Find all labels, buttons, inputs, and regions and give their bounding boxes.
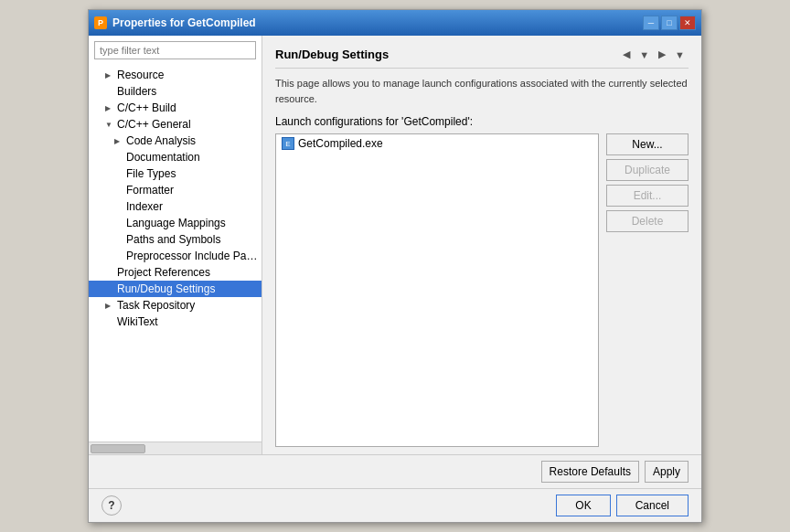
sidebar-item-label: Paths and Symbols [126, 233, 220, 246]
sidebar-item-label: Indexer [126, 200, 163, 213]
nav-dropdown-button[interactable]: ▼ [635, 48, 653, 62]
sidebar-item-label: WikiText [117, 315, 158, 328]
content-area: ▶Resource Builders▶C/C++ Build▼C/C++ Gen… [89, 36, 701, 454]
title-controls: ─ □ ✕ [643, 16, 696, 30]
sidebar-item-cpp-build[interactable]: ▶C/C++ Build [89, 100, 262, 116]
sidebar-item-preprocessor[interactable]: Preprocessor Include Pa… [89, 248, 262, 264]
panel-description: This page allows you to manage launch co… [275, 76, 689, 106]
edit-button[interactable]: Edit... [606, 185, 689, 207]
sidebar-item-indexer[interactable]: Indexer [89, 198, 262, 215]
launch-section: EGetCompiled.exe New... Duplicate Edit..… [275, 133, 689, 447]
footer-left: ? [101, 495, 122, 516]
sidebar-item-label: C/C++ General [117, 118, 191, 131]
cancel-button[interactable]: Cancel [616, 495, 689, 516]
panel-nav: ◀ ▼ ▶ ▼ [619, 47, 689, 62]
nav-forward-button[interactable]: ▶ [655, 47, 669, 62]
arrow-icon: ▶ [105, 104, 114, 112]
launch-list[interactable]: EGetCompiled.exe [275, 133, 599, 447]
maximize-button[interactable]: □ [661, 16, 678, 30]
duplicate-button[interactable]: Duplicate [606, 159, 689, 181]
sidebar: ▶Resource Builders▶C/C++ Build▼C/C++ Gen… [89, 36, 262, 454]
sidebar-item-paths-symbols[interactable]: Paths and Symbols [89, 231, 262, 248]
sidebar-item-documentation[interactable]: Documentation [89, 149, 262, 165]
close-button[interactable]: ✕ [679, 16, 696, 30]
sidebar-item-label: Project References [117, 266, 210, 279]
launch-buttons: New... Duplicate Edit... Delete [606, 133, 689, 447]
nav-forward-dropdown-button[interactable]: ▼ [671, 48, 689, 62]
footer: ? OK Cancel [89, 488, 701, 522]
window-icon: P [94, 16, 107, 29]
delete-button[interactable]: Delete [606, 210, 689, 232]
sidebar-item-label: Run/Debug Settings [117, 282, 215, 295]
sidebar-item-label: Language Mappings [126, 217, 226, 229]
apply-button[interactable]: Apply [645, 461, 689, 483]
restore-defaults-button[interactable]: Restore Defaults [541, 461, 639, 483]
launch-item-label: GetCompiled.exe [298, 137, 383, 150]
sidebar-item-label: Preprocessor Include Pa… [126, 250, 257, 262]
arrow-icon: ▶ [105, 71, 114, 80]
sidebar-item-task-repo[interactable]: ▶Task Repository [89, 297, 262, 314]
arrow-icon: ▼ [105, 121, 114, 129]
launch-label: Launch configurations for 'GetCompiled': [275, 115, 689, 128]
sidebar-item-label: Documentation [126, 151, 200, 164]
launch-item-icon: E [282, 137, 294, 150]
window-title: Properties for GetCompiled [112, 16, 256, 29]
panel-title-bar: Run/Debug Settings ◀ ▼ ▶ ▼ [275, 47, 689, 69]
sidebar-item-file-types[interactable]: File Types [89, 165, 262, 182]
sidebar-item-project-refs[interactable]: Project References [89, 264, 262, 281]
main-panel: Run/Debug Settings ◀ ▼ ▶ ▼ This page all… [262, 36, 701, 454]
nav-back-button[interactable]: ◀ [619, 47, 634, 62]
sidebar-item-formatter[interactable]: Formatter [89, 182, 262, 198]
sidebar-item-label: Code Analysis [126, 134, 196, 147]
sidebar-item-run-debug[interactable]: Run/Debug Settings [89, 281, 262, 297]
sidebar-item-resource[interactable]: ▶Resource [89, 67, 262, 83]
panel-title: Run/Debug Settings [275, 48, 389, 61]
launch-item-getcompiled[interactable]: EGetCompiled.exe [276, 134, 598, 153]
scrollbar-thumb[interactable] [91, 444, 145, 453]
title-bar-left: P Properties for GetCompiled [94, 16, 256, 29]
sidebar-item-builders[interactable]: Builders [89, 83, 262, 100]
sidebar-item-label: C/C++ Build [117, 101, 176, 114]
sidebar-item-label: Task Repository [117, 299, 195, 312]
sidebar-item-label: File Types [126, 167, 176, 180]
bottom-action-bar: Restore Defaults Apply [89, 454, 701, 488]
sidebar-item-cpp-general[interactable]: ▼C/C++ General [89, 116, 262, 133]
arrow-icon: ▶ [114, 137, 123, 145]
footer-right: OK Cancel [556, 495, 689, 516]
sidebar-item-label: Builders [117, 85, 156, 98]
new-button[interactable]: New... [606, 133, 689, 155]
help-button[interactable]: ? [101, 495, 122, 516]
minimize-button[interactable]: ─ [643, 16, 659, 30]
sidebar-item-wikitext[interactable]: WikiText [89, 314, 262, 330]
arrow-icon: ▶ [105, 302, 114, 310]
sidebar-item-code-analysis[interactable]: ▶Code Analysis [89, 133, 262, 149]
sidebar-item-label: Formatter [126, 184, 174, 197]
sidebar-item-label: Resource [117, 69, 164, 81]
filter-input[interactable] [94, 41, 256, 59]
horizontal-scrollbar[interactable] [89, 442, 262, 454]
title-bar: P Properties for GetCompiled ─ □ ✕ [89, 10, 701, 36]
ok-button[interactable]: OK [556, 495, 610, 516]
tree: ▶Resource Builders▶C/C++ Build▼C/C++ Gen… [89, 65, 262, 442]
sidebar-item-language-mappings[interactable]: Language Mappings [89, 215, 262, 231]
main-window: P Properties for GetCompiled ─ □ ✕ ▶Reso… [88, 9, 702, 523]
